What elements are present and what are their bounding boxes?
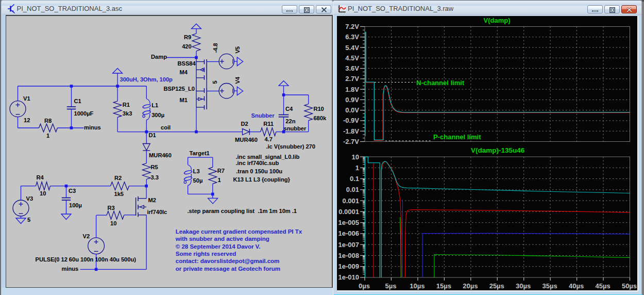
svg-text:V5: V5: [234, 46, 240, 54]
svg-text:5: 5: [211, 80, 217, 84]
svg-text:D2: D2: [241, 121, 248, 127]
svg-text:1e-009: 1e-009: [338, 263, 359, 270]
svg-text:N-channel limit: N-channel limit: [416, 79, 465, 87]
svg-text:12: 12: [24, 117, 30, 123]
svg-text:45µs: 45µs: [595, 282, 610, 290]
svg-text:1000µF: 1000µF: [74, 110, 93, 117]
svg-text:BSS84: BSS84: [177, 60, 196, 67]
svg-text:50µ: 50µ: [193, 177, 202, 184]
svg-text:25µs: 25µs: [489, 282, 504, 290]
svg-text:3.6V: 3.6V: [345, 64, 359, 72]
svg-text:R9: R9: [184, 34, 191, 40]
svg-text:-2.7V: -2.7V: [343, 138, 359, 145]
svg-text:Snubber: Snubber: [251, 112, 275, 119]
svg-text:C3: C3: [69, 188, 76, 194]
svg-text:35µs: 35µs: [543, 282, 557, 290]
svg-text:1: 1: [217, 177, 221, 183]
svg-text:0.001: 0.001: [342, 197, 359, 205]
svg-text:V1: V1: [23, 95, 30, 102]
svg-text:1k5: 1k5: [114, 191, 124, 197]
svg-text:MUR460: MUR460: [149, 152, 172, 158]
svg-text:M4: M4: [179, 69, 188, 75]
svg-text:irf740lc: irf740lc: [147, 209, 167, 215]
svg-text:P-channel limit: P-channel limit: [433, 133, 481, 141]
svg-text:R1: R1: [122, 102, 129, 108]
svg-text:3k3: 3k3: [122, 110, 132, 117]
svg-text:.inc irf740lc.sub: .inc irf740lc.sub: [235, 160, 279, 166]
svg-text:0.01: 0.01: [346, 186, 359, 193]
svg-text:minus: minus: [61, 266, 78, 272]
svg-text:V3: V3: [26, 195, 33, 202]
svg-text:-4.8: -4.8: [212, 43, 218, 53]
svg-text:100µ: 100µ: [69, 202, 82, 208]
svg-text:Damp: Damp: [151, 54, 167, 60]
svg-text:.ic V(snubber) 270: .ic V(snubber) 270: [266, 143, 315, 150]
svg-text:contact: davorslistdepot@gmail: contact: davorslistdepot@gmail.com: [175, 257, 279, 264]
svg-text:20µs: 20µs: [463, 282, 478, 290]
svg-text:1e-005: 1e-005: [338, 219, 359, 226]
svg-text:10: 10: [352, 153, 359, 161]
svg-text:Target1: Target1: [189, 150, 209, 156]
svg-text:L3: L3: [193, 168, 199, 174]
svg-text:.step param coupling list .1m: .step param coupling list .1m 1m 10m .1: [187, 208, 297, 214]
svg-text:PULSE(0 12 60u 100n 100n 40u 5: PULSE(0 12 60u 100n 100n 40u 500u): [35, 256, 136, 263]
svg-text:coil: coil: [161, 124, 171, 130]
svg-text:Some rights reserved: Some rights reserved: [175, 250, 236, 257]
svg-text:BSP125_L0: BSP125_L0: [163, 86, 195, 92]
svg-text:or private message at Geotech: or private message at Geotech forum: [175, 265, 280, 272]
svg-text:V(damp)-135u46: V(damp)-135u46: [471, 146, 525, 154]
svg-text:300µ: 300µ: [151, 112, 164, 118]
svg-text:R8: R8: [44, 118, 52, 124]
svg-text:1e-006: 1e-006: [338, 230, 359, 237]
svg-text:minus: minus: [84, 124, 101, 130]
svg-text:15µs: 15µs: [436, 282, 451, 290]
svg-text:5.4V: 5.4V: [345, 44, 359, 52]
svg-text:420: 420: [182, 43, 192, 50]
svg-text:1: 1: [46, 133, 49, 139]
svg-text:10: 10: [110, 220, 116, 226]
svg-text:.tran 0 150u 100u: .tran 0 150u 100u: [236, 168, 282, 174]
svg-text:4.5V: 4.5V: [345, 54, 359, 62]
svg-text:R5: R5: [150, 164, 158, 170]
svg-text:2.7V: 2.7V: [345, 75, 359, 83]
svg-text:4.7: 4.7: [264, 136, 272, 142]
svg-text:V4: V4: [234, 76, 240, 84]
svg-text:R2: R2: [114, 175, 122, 181]
svg-text:1e-008: 1e-008: [338, 252, 359, 259]
svg-text:Leakage current gradient compe: Leakage current gradient compensated PI …: [175, 228, 302, 235]
svg-text:7.2V: 7.2V: [345, 23, 359, 30]
svg-text:R11: R11: [263, 121, 274, 127]
svg-text:22n: 22n: [285, 118, 295, 124]
svg-text:with snubber and active dampin: with snubber and active damping: [175, 235, 269, 242]
svg-text:MUR460: MUR460: [235, 137, 258, 143]
svg-text:5: 5: [27, 217, 30, 223]
svg-text:0µs: 0µs: [359, 282, 370, 290]
svg-text:R3: R3: [107, 205, 114, 211]
svg-text:0.9V: 0.9V: [345, 96, 359, 104]
svg-text:0.0001: 0.0001: [338, 208, 359, 216]
svg-text:V2: V2: [82, 233, 90, 239]
svg-text:© 28 September 2014 Davor V.: © 28 September 2014 Davor V.: [175, 243, 260, 250]
svg-text:L1: L1: [151, 102, 158, 108]
svg-text:C4: C4: [285, 106, 293, 112]
svg-text:1e-007: 1e-007: [338, 241, 359, 249]
svg-text:D1: D1: [148, 132, 156, 138]
svg-text:6.3V: 6.3V: [345, 33, 359, 41]
svg-text:K13 L1 L3 {coupling}: K13 L1 L3 {coupling}: [233, 176, 290, 183]
svg-text:R4: R4: [36, 174, 44, 181]
svg-text:C1: C1: [74, 98, 81, 104]
svg-text:3.3: 3.3: [150, 174, 158, 181]
svg-text:1e-010: 1e-010: [338, 273, 359, 281]
svg-text:.inc small_signal_L0.lib: .inc small_signal_L0.lib: [235, 154, 299, 160]
svg-text:680k: 680k: [313, 115, 327, 121]
svg-text:40µs: 40µs: [569, 282, 584, 290]
svg-text:snubber: snubber: [283, 125, 306, 132]
svg-text:50µs: 50µs: [622, 282, 637, 290]
svg-text:-0.9V: -0.9V: [343, 117, 359, 124]
svg-text:0.1: 0.1: [350, 175, 359, 183]
svg-text:M2: M2: [148, 197, 156, 203]
svg-text:V(damp): V(damp): [484, 17, 511, 24]
svg-text:R7: R7: [217, 168, 224, 174]
svg-text:30µs: 30µs: [516, 282, 531, 290]
svg-text:R10: R10: [313, 106, 324, 112]
